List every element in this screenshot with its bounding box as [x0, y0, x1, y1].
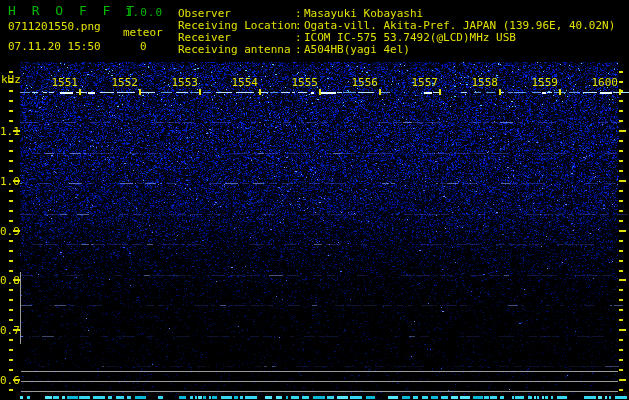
info-row-receiving-antenna: Receiving antenna : A504HB(yagi 4el)	[178, 44, 410, 56]
app-version: 1.0.0	[125, 6, 163, 19]
app-title: H R O F F T	[8, 4, 138, 18]
filename: 0711201550.png	[8, 21, 101, 33]
info-value-receiving-antenna: A504HB(yagi 4el)	[304, 44, 410, 56]
info-separator: :	[295, 44, 304, 56]
meteor-count: 0	[140, 41, 147, 53]
datetime: 07.11.20 15:50	[8, 41, 101, 53]
spectrogram-canvas	[0, 0, 629, 400]
meteor-label: meteor	[123, 27, 163, 39]
info-label-receiving-antenna: Receiving antenna	[178, 44, 295, 56]
hrofft-screen: H R O F F T 1.0.0 0711201550.png meteor …	[0, 0, 629, 400]
